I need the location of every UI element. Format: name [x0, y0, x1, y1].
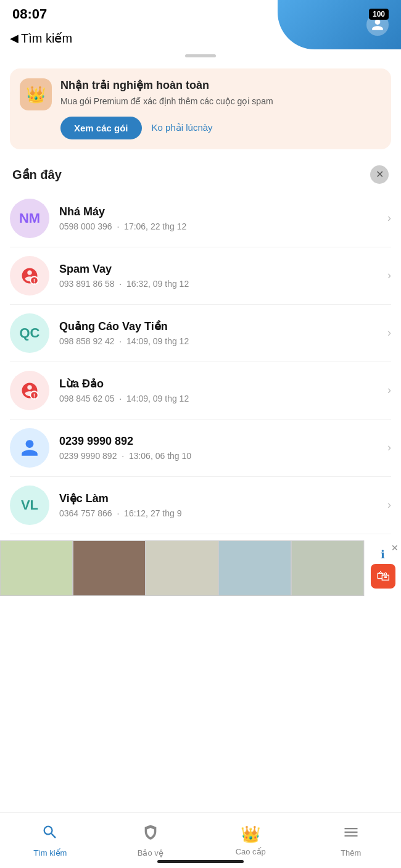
contact-info: Lừa Đảo 098 845 62 05 · 14:09, 09 thg 12 — [59, 377, 382, 403]
svg-text:!: ! — [33, 278, 35, 284]
contact-item[interactable]: QC Quảng Cáo Vay Tiền 098 858 92 42 · 14… — [10, 305, 391, 362]
close-recent-button[interactable]: ✕ — [370, 165, 389, 184]
contact-info: Spam Vay 093 891 86 58 · 16:32, 09 thg 1… — [59, 263, 382, 289]
chevron-right-icon: › — [387, 498, 391, 511]
contact-meta: 0364 757 866 · 16:12, 27 thg 9 — [59, 508, 382, 518]
contact-avatar: ! — [10, 256, 49, 296]
premium-title: Nhận trải nghiệm hoàn toàn — [60, 78, 381, 92]
protect-tab-icon — [142, 824, 159, 845]
ad-side: ✕ ℹ 🛍 — [364, 540, 401, 596]
contact-item[interactable]: ! Spam Vay 093 891 86 58 · 16:32, 09 thg… — [10, 247, 391, 305]
contact-avatar: VL — [10, 486, 49, 525]
recent-header: Gần đây ✕ — [0, 159, 401, 190]
premium-subtitle: Mua gói Premium để xác định thêm các cuộ… — [60, 96, 381, 108]
shopee-icon: 🛍 — [371, 564, 395, 589]
contact-info: Quảng Cáo Vay Tiền 098 858 92 42 · 14:09… — [59, 320, 382, 346]
contact-item[interactable]: NM Nhá Máy 0598 000 396 · 17:06, 22 thg … — [10, 190, 391, 247]
contact-meta: 0239 9990 892 · 13:06, 06 thg 10 — [59, 451, 382, 461]
recent-label: Gần đây — [12, 167, 62, 182]
top-avatars-area — [278, 0, 401, 49]
tab-premium[interactable]: 👑 Cao cấp — [200, 825, 301, 856]
ad-info-icon: ℹ — [381, 548, 385, 561]
contact-info: 0239 9990 892 0239 9990 892 · 13:06, 06 … — [59, 435, 382, 461]
contact-meta: 0598 000 396 · 17:06, 22 thg 12 — [59, 221, 382, 231]
contact-name: Nhá Máy — [59, 205, 382, 218]
premium-icon: 👑 — [20, 78, 52, 110]
contact-meta: 093 891 86 58 · 16:32, 09 thg 12 — [59, 279, 382, 289]
not-now-button[interactable]: Ko phải lúcnày — [152, 122, 213, 133]
premium-actions: Xem các gói Ko phải lúcnày — [60, 117, 381, 139]
contact-info: Việc Làm 0364 757 866 · 16:12, 27 thg 9 — [59, 492, 382, 518]
contact-info: Nhá Máy 0598 000 396 · 17:06, 22 thg 12 — [59, 205, 382, 231]
contact-avatar: ! — [10, 371, 49, 410]
tab-more[interactable]: Thêm — [301, 824, 402, 858]
contact-item[interactable]: ! Lừa Đảo 098 845 62 05 · 14:09, 09 thg … — [10, 362, 391, 420]
contact-name: Quảng Cáo Vay Tiền — [59, 320, 382, 333]
back-arrow-icon: ◀ — [10, 31, 19, 45]
view-plans-button[interactable]: Xem các gói — [60, 117, 142, 139]
protect-tab-label: Bảo vệ — [138, 848, 163, 858]
premium-text-area: Nhận trải nghiệm hoàn toàn Mua gói Premi… — [60, 78, 381, 139]
ad-image-5 — [291, 540, 364, 596]
contact-list: NM Nhá Máy 0598 000 396 · 17:06, 22 thg … — [0, 190, 401, 534]
chevron-right-icon: › — [387, 269, 391, 282]
contact-avatar — [10, 428, 49, 468]
premium-banner: 👑 Nhận trải nghiệm hoàn toàn Mua gói Pre… — [10, 68, 391, 149]
premium-tab-icon: 👑 — [241, 825, 260, 844]
more-tab-icon — [342, 824, 360, 845]
more-tab-label: Thêm — [341, 848, 361, 858]
chevron-right-icon: › — [387, 384, 391, 397]
status-time: 08:07 — [12, 6, 47, 22]
chevron-right-icon: › — [387, 212, 391, 225]
chevron-right-icon: › — [387, 326, 391, 339]
status-bar: 08:07 100 — [0, 0, 401, 26]
ad-close-button[interactable]: ✕ — [391, 543, 399, 553]
contact-name: Việc Làm — [59, 492, 382, 505]
chevron-right-icon: › — [387, 441, 391, 454]
contact-avatar: NM — [10, 199, 49, 238]
contact-item[interactable]: VL Việc Làm 0364 757 866 · 16:12, 27 thg… — [10, 477, 391, 534]
contact-name: Spam Vay — [59, 263, 382, 276]
tab-search[interactable]: Tìm kiếm — [0, 824, 101, 858]
ad-image-4 — [218, 540, 291, 596]
scroll-handle-bar — [185, 54, 216, 57]
premium-tab-label: Cao cấp — [236, 847, 266, 856]
contact-name: Lừa Đảo — [59, 377, 382, 391]
ad-images — [0, 540, 364, 596]
contact-meta: 098 858 92 42 · 14:09, 09 thg 12 — [59, 336, 382, 346]
search-tab-label: Tìm kiếm — [33, 848, 67, 858]
ad-image-2 — [73, 540, 146, 596]
scroll-handle — [0, 52, 401, 62]
home-indicator — [157, 860, 244, 863]
ad-image-1 — [0, 540, 73, 596]
back-label: Tìm kiếm — [21, 31, 72, 46]
ad-image-3 — [146, 540, 218, 596]
contact-meta: 098 845 62 05 · 14:09, 09 thg 12 — [59, 394, 382, 403]
contact-item[interactable]: 0239 9990 892 0239 9990 892 · 13:06, 06 … — [10, 420, 391, 477]
battery-icon: 100 — [369, 9, 389, 20]
contact-name: 0239 9990 892 — [59, 435, 382, 448]
svg-text:!: ! — [33, 392, 35, 399]
contact-avatar: QC — [10, 313, 49, 353]
ad-banner[interactable]: ✕ ℹ 🛍 — [0, 540, 401, 596]
search-tab-icon — [41, 824, 59, 845]
tab-protect[interactable]: Bảo vệ — [101, 824, 201, 858]
